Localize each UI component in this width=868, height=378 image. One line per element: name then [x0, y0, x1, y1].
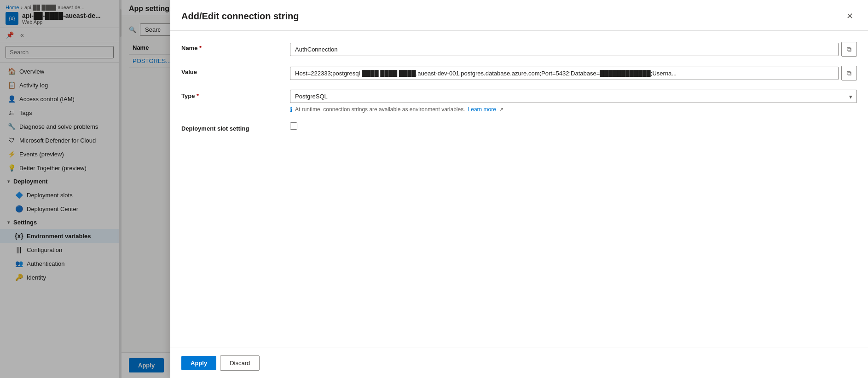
name-copy-button[interactable]: ⧉	[841, 42, 857, 57]
name-input-row: ⧉	[290, 42, 857, 57]
info-text: ℹ At runtime, connection strings are ava…	[290, 106, 857, 113]
type-control-wrap: Custom MySQL SQLAzure SQLServer PostgreS…	[290, 90, 857, 113]
dialog-body: Name * ⧉ Value ⧉	[170, 31, 868, 348]
dialog-footer: Apply Discard	[170, 348, 868, 378]
type-select[interactable]: Custom MySQL SQLAzure SQLServer PostgreS…	[290, 90, 857, 103]
name-control-wrap: ⧉	[290, 42, 857, 57]
value-copy-button[interactable]: ⧉	[841, 66, 857, 80]
type-select-wrap: Custom MySQL SQLAzure SQLServer PostgreS…	[290, 90, 857, 103]
value-input-row: ⧉	[290, 66, 857, 80]
dialog-discard-button[interactable]: Discard	[220, 355, 260, 371]
deployment-slot-checkbox[interactable]	[290, 122, 297, 130]
value-label: Value	[181, 66, 283, 75]
name-label: Name *	[181, 42, 283, 52]
type-label: Type *	[181, 90, 283, 99]
learn-more-link[interactable]: Learn more	[468, 106, 496, 113]
info-icon: ℹ	[290, 106, 292, 113]
dialog-close-button[interactable]: ✕	[843, 9, 857, 23]
deployment-slot-control-wrap	[290, 122, 857, 130]
value-control-wrap: ⧉	[290, 66, 857, 80]
deployment-slot-label: Deployment slot setting	[181, 122, 283, 132]
name-required: *	[199, 45, 202, 52]
dialog-title: Add/Edit connection string	[181, 11, 299, 22]
dialog-panel: Add/Edit connection string ✕ Name * ⧉ Va…	[170, 0, 868, 378]
dialog-apply-button[interactable]: Apply	[181, 356, 216, 370]
dialog-header: Add/Edit connection string ✕	[170, 0, 868, 31]
value-input[interactable]	[290, 67, 839, 80]
name-form-group: Name * ⧉	[181, 42, 857, 57]
value-form-group: Value ⧉	[181, 66, 857, 80]
deployment-slot-form-group: Deployment slot setting	[181, 122, 857, 132]
type-form-group: Type * Custom MySQL SQLAzure SQLServer P…	[181, 90, 857, 113]
name-input[interactable]	[290, 43, 839, 56]
external-link-icon: ↗	[499, 106, 503, 113]
type-required: *	[197, 92, 199, 99]
deployment-slot-checkbox-wrap	[290, 122, 857, 130]
